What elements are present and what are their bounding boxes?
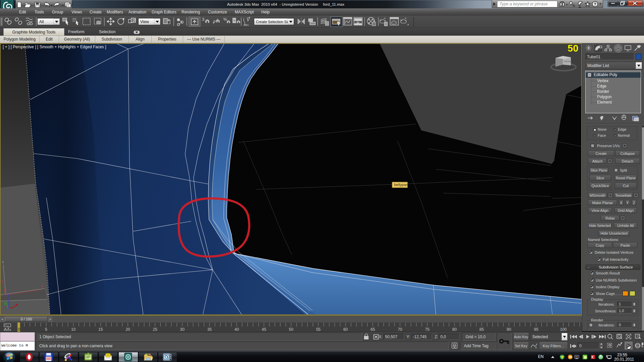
svg-text:y: y xyxy=(1,279,3,283)
svg-text:All: All xyxy=(39,19,44,24)
svg-text:30: 30 xyxy=(180,327,185,332)
svg-text:45: 45 xyxy=(262,327,266,332)
svg-text:70: 70 xyxy=(398,327,402,332)
svg-text:90: 90 xyxy=(507,327,512,332)
svg-text:95: 95 xyxy=(534,327,539,332)
svg-text:50: 50 xyxy=(289,327,293,332)
svg-text:55: 55 xyxy=(316,327,321,332)
svg-text:5: 5 xyxy=(45,327,47,332)
svg-text:50: 50 xyxy=(568,43,578,54)
svg-text:z: z xyxy=(2,260,4,264)
svg-text:60: 60 xyxy=(343,327,348,332)
svg-text:85: 85 xyxy=(479,327,484,332)
svg-text:99: 99 xyxy=(575,356,578,358)
svg-text:?: ? xyxy=(594,2,596,7)
svg-text:ABC: ABC xyxy=(244,23,249,26)
svg-text:z: z xyxy=(8,294,9,297)
svg-text:40: 40 xyxy=(234,327,239,332)
svg-text:y: y xyxy=(4,302,6,305)
svg-text:75: 75 xyxy=(425,327,430,332)
svg-text:10: 10 xyxy=(71,327,76,332)
svg-text:Create Selection Se: Create Selection Se xyxy=(256,20,289,24)
svg-text:+: + xyxy=(608,333,610,336)
svg-text:20: 20 xyxy=(125,327,130,332)
svg-text:3: 3 xyxy=(202,17,204,22)
svg-text:0: 0 xyxy=(18,327,20,332)
svg-text:100: 100 xyxy=(560,327,567,332)
svg-text:15: 15 xyxy=(98,327,103,332)
svg-text:x: x xyxy=(41,284,43,288)
svg-text:[ + ] [ Perspective ] [ Smooth: [ + ] [ Perspective ] [ Smooth + Highlig… xyxy=(3,45,106,49)
svg-text:View: View xyxy=(140,19,149,24)
svg-text:FRONT: FRONT xyxy=(564,60,572,63)
svg-text:25: 25 xyxy=(153,327,158,332)
svg-text:bellypan: bellypan xyxy=(394,183,408,187)
svg-text:65: 65 xyxy=(371,327,375,332)
svg-text:80: 80 xyxy=(452,327,457,332)
svg-text:%: % xyxy=(223,17,227,22)
svg-text:35: 35 xyxy=(207,327,212,332)
